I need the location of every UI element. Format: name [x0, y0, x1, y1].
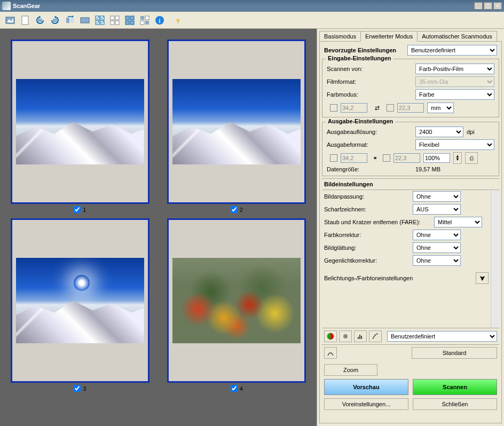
size-label: Datengröße:	[327, 166, 412, 172]
backlight-label: Gegenlichtkorrektur:	[324, 257, 410, 264]
titlebar: ScanGear _ □ ×	[0, 0, 504, 12]
tab-basic[interactable]: Basismodus	[319, 31, 361, 42]
close-dialog-button[interactable]: Schließen	[413, 398, 497, 410]
source-label: Scannen von:	[327, 66, 412, 72]
output-height	[393, 153, 420, 163]
toolbar-info-icon[interactable]: i	[153, 13, 167, 27]
fare-label: Staub und Kratzer entfernen (FARE):	[324, 219, 431, 225]
tab-auto[interactable]: Automatischer Scanmodus	[417, 31, 497, 42]
film-label: Filmformat:	[327, 78, 412, 85]
colorcorr-select[interactable]: Ohne	[413, 230, 461, 240]
final-review-icon[interactable]	[324, 347, 337, 359]
toolbar-flip-icon[interactable]	[63, 13, 77, 27]
lock-aspect-icon[interactable]: ⇄	[371, 102, 383, 114]
toolbar-page-icon[interactable]	[18, 13, 32, 27]
out-height-icon	[383, 154, 390, 162]
svg-rect-15	[111, 16, 114, 20]
scrollbar[interactable]	[491, 190, 499, 328]
saturation-icon[interactable]	[324, 330, 337, 342]
window-title: ScanGear	[13, 3, 474, 9]
smooth-select[interactable]: Ohne	[413, 242, 461, 253]
out-width-icon	[330, 154, 337, 162]
preview-area: 1 2 3 4	[0, 29, 317, 426]
svg-text:?: ?	[176, 18, 180, 25]
fmt-select[interactable]: Flexibel	[415, 139, 494, 150]
svg-rect-25	[140, 21, 144, 25]
app-icon	[2, 2, 11, 10]
width-icon	[330, 104, 337, 112]
svg-rect-20	[130, 16, 134, 20]
colormode-label: Farbmodus:	[327, 91, 412, 98]
image-settings-title: Bildeinstellungen	[322, 178, 499, 190]
minimize-button[interactable]: _	[474, 2, 483, 10]
preview-button[interactable]: Vorschau	[324, 379, 408, 395]
thumbnail-2[interactable]	[167, 40, 306, 204]
thumbnail-4[interactable]	[167, 218, 306, 383]
svg-rect-2	[22, 16, 28, 25]
res-select[interactable]: 2400	[415, 127, 463, 137]
scale-stepper-icon[interactable]: ▲▼	[453, 152, 462, 164]
svg-text:i: i	[159, 18, 160, 24]
toolbar-crop-icon[interactable]	[78, 13, 92, 27]
input-width	[341, 103, 367, 113]
svg-rect-17	[111, 21, 114, 25]
default-button[interactable]: Standard	[412, 347, 497, 359]
curve-icon[interactable]	[369, 330, 382, 342]
toolbar-help-icon[interactable]: ?	[171, 13, 185, 27]
tab-advanced[interactable]: Erweiterter Modus	[360, 31, 418, 42]
toolbar-selectall-icon[interactable]	[123, 13, 137, 27]
thumb-check-4[interactable]	[231, 385, 238, 392]
close-button[interactable]: ×	[493, 2, 502, 10]
brightness-icon[interactable]	[339, 330, 352, 342]
output-scale[interactable]	[423, 153, 450, 163]
svg-rect-10	[81, 18, 89, 23]
toolbar-invert-icon[interactable]	[138, 13, 152, 27]
colorcorr-label: Farbkorrektur:	[324, 232, 410, 238]
svg-rect-23	[140, 16, 144, 20]
svg-marker-3	[39, 16, 41, 18]
thumbnail-1[interactable]	[11, 40, 149, 204]
sharpen-select[interactable]: AUS	[413, 204, 461, 215]
thumb-check-3[interactable]	[74, 385, 81, 392]
toolbar-thumb-view-icon[interactable]	[3, 13, 17, 27]
thumb-num-2: 2	[240, 207, 243, 213]
svg-rect-18	[115, 21, 119, 25]
fmt-label: Ausgabeformat:	[327, 141, 412, 148]
smooth-label: Bildglättung:	[324, 244, 410, 251]
toolbar-uncheckall-icon[interactable]	[108, 13, 122, 27]
prefs-select[interactable]: Benutzerdefiniert	[407, 45, 497, 56]
height-icon	[387, 104, 394, 112]
thumb-check-2[interactable]	[231, 206, 238, 213]
toolbar-checkall-icon[interactable]	[93, 13, 107, 27]
thumb-check-1[interactable]	[74, 206, 81, 213]
svg-rect-21	[125, 21, 129, 25]
histogram-icon[interactable]	[354, 330, 367, 342]
svg-rect-4	[38, 19, 42, 22]
thumb-num-1: 1	[83, 207, 86, 213]
thumbnail-3[interactable]	[11, 218, 149, 383]
adjust-select[interactable]: Ohne	[413, 191, 461, 202]
toolbar-rotate-left-icon[interactable]	[33, 13, 47, 27]
adjust-label: Bildanpassung:	[324, 193, 410, 200]
svg-point-31	[343, 334, 348, 338]
curve-preset-select[interactable]: Benutzerdefiniert	[387, 331, 497, 342]
unit-select[interactable]: mm	[427, 102, 454, 113]
svg-rect-19	[125, 16, 129, 20]
maximize-button[interactable]: □	[484, 2, 492, 10]
exposure-expand-icon[interactable]: ⮟	[476, 272, 489, 284]
fare-select[interactable]: Mittel	[434, 217, 482, 227]
zoom-button[interactable]: Zoom	[324, 364, 377, 376]
print-icon[interactable]: ⎙	[465, 152, 478, 164]
svg-rect-6	[53, 19, 57, 22]
source-select[interactable]: Farb-Positiv-Film	[415, 64, 494, 74]
colormode-select[interactable]: Farbe	[415, 89, 494, 100]
svg-rect-7	[66, 18, 69, 23]
scan-button[interactable]: Scannen	[413, 379, 497, 395]
output-section-title: Ausgabe-Einstellungen	[326, 118, 395, 124]
svg-rect-8	[70, 18, 74, 23]
toolbar: i ?	[0, 12, 504, 29]
preferences-button[interactable]: Voreinstellungen...	[324, 398, 408, 410]
toolbar-rotate-right-icon[interactable]	[48, 13, 62, 27]
backlight-select[interactable]: Ohne	[413, 255, 461, 266]
link-icon[interactable]: ⚭	[371, 155, 380, 162]
